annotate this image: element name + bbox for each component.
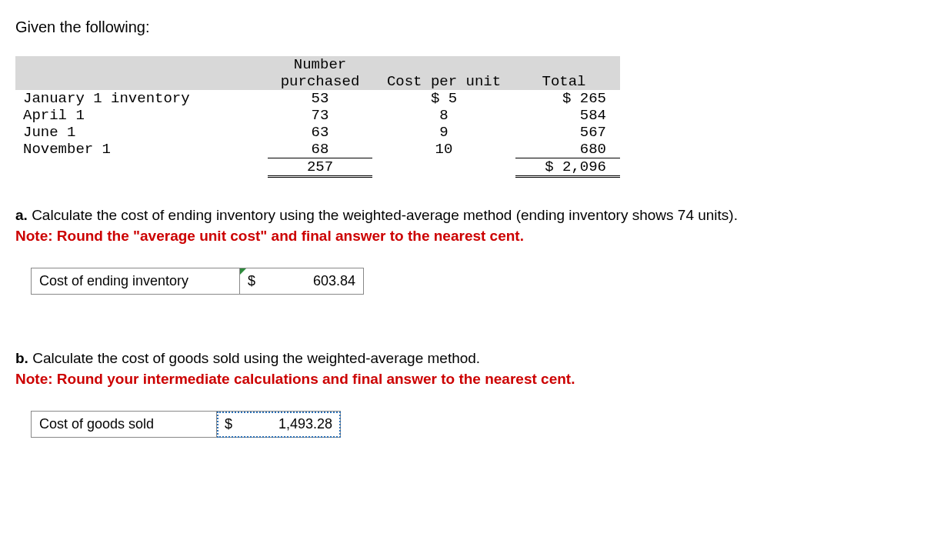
row-number: 73: [268, 107, 372, 124]
header-number: Number: [268, 56, 372, 73]
answer-b-label: Cost of goods sold: [32, 412, 217, 438]
row-cost: 10: [372, 141, 515, 158]
question-a-note: Note: Round the "average unit cost" and …: [15, 228, 524, 244]
answer-b-value: 1,493.28: [278, 416, 332, 432]
answer-a-input[interactable]: $ 603.84: [240, 268, 364, 295]
answer-a-label: Cost of ending inventory: [32, 268, 240, 295]
answer-a-value: 603.84: [313, 273, 355, 288]
row-cost: 8: [372, 107, 515, 124]
total-amount: $ 2,096: [515, 158, 620, 177]
currency-symbol: $: [248, 273, 255, 289]
question-b: b. Calculate the cost of goods sold usin…: [15, 348, 912, 389]
currency-symbol: $: [225, 416, 232, 432]
total-number: 257: [268, 158, 372, 177]
table-row: November 1 68 10 680: [15, 141, 620, 158]
question-b-note: Note: Round your intermediate calculatio…: [15, 371, 575, 387]
row-total: 584: [515, 107, 620, 124]
intro-text: Given the following:: [15, 18, 912, 36]
row-cost: 9: [372, 124, 515, 141]
table-row: April 1 73 8 584: [15, 107, 620, 124]
row-label: November 1: [15, 141, 268, 158]
question-a-letter: a.: [15, 207, 28, 223]
row-label: June 1: [15, 124, 268, 141]
question-b-text: Calculate the cost of goods sold using t…: [28, 350, 480, 366]
question-a: a. Calculate the cost of ending inventor…: [15, 205, 912, 246]
table-totals-row: 257 $ 2,096: [15, 158, 620, 177]
question-a-text: Calculate the cost of ending inventory u…: [28, 207, 738, 223]
row-number: 68: [268, 141, 372, 158]
row-number: 63: [268, 124, 372, 141]
answer-b-block: Cost of goods sold $ 1,493.28: [31, 411, 912, 438]
row-total: 567: [515, 124, 620, 141]
header-total: Total: [515, 73, 620, 90]
row-label: April 1: [15, 107, 268, 124]
header-cost-blank: [372, 56, 515, 73]
header-blank: [15, 56, 268, 73]
question-b-letter: b.: [15, 350, 28, 366]
row-total: 680: [515, 141, 620, 158]
row-number: 53: [268, 90, 372, 107]
header-cost: Cost per unit: [372, 73, 515, 90]
row-label: January 1 inventory: [15, 90, 268, 107]
answer-b-input[interactable]: $ 1,493.28: [217, 412, 341, 438]
table-row: January 1 inventory 53 $ 5 $ 265: [15, 90, 620, 107]
inventory-table: Number purchased Cost per unit Total Jan…: [15, 56, 620, 178]
row-total: $ 265: [515, 90, 620, 107]
header-total-blank: [515, 56, 620, 73]
answer-a-block: Cost of ending inventory $ 603.84: [31, 268, 912, 295]
header-purchased: purchased: [268, 73, 372, 90]
table-row: June 1 63 9 567: [15, 124, 620, 141]
row-cost: $ 5: [372, 90, 515, 107]
